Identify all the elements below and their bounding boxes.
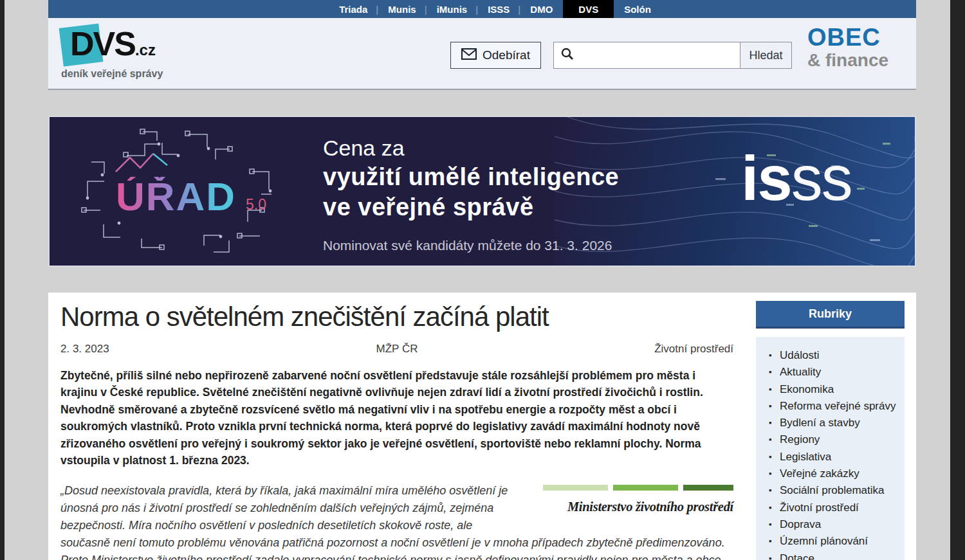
dvs-logo[interactable]: DVS.cz deník veřejné správy xyxy=(61,23,203,80)
dvs-logo-tagline: deník veřejné správy xyxy=(61,68,203,80)
article-quote-block: Ministerstvo životního prostředí „Dosud … xyxy=(60,482,733,560)
dvs-logo-tld: .cz xyxy=(135,41,156,59)
sidebar-rubriky: Rubriky Události Aktuality Ekonomika Ref… xyxy=(756,301,905,560)
screen-edge-left xyxy=(0,0,5,560)
category-list-item[interactable]: Regiony xyxy=(769,431,898,448)
article-category-link[interactable]: Životní prostředí xyxy=(509,343,733,356)
main-content: Norma o světelném znečištění začíná plat… xyxy=(48,293,916,560)
search-input[interactable] xyxy=(574,49,733,62)
article-meta: 2. 3. 2023 MŽP ČR Životní prostředí xyxy=(60,343,733,356)
site-header: DVS.cz deník veřejné správy Odebírat Hle… xyxy=(48,18,916,90)
banner-line2: využití umělé inteligence xyxy=(323,162,619,192)
category-list-item[interactable]: Reforma veřejné správy xyxy=(769,398,898,415)
top-nav-item[interactable]: ISSS xyxy=(477,0,520,18)
obec-finance-logo[interactable]: OBEC & finance xyxy=(807,24,888,69)
category-list-item[interactable]: Dotace xyxy=(769,550,898,560)
urad50-logo: ÚŘAD 5.0 xyxy=(66,120,291,265)
article: Norma o světelném znečištění začíná plat… xyxy=(60,293,733,560)
search-box xyxy=(553,42,740,69)
urad50-award-banner[interactable]: ÚŘAD 5.0 Cena za využití umělé inteligen… xyxy=(48,116,916,267)
category-list-item[interactable]: Ekonomika xyxy=(769,381,898,398)
category-list-item[interactable]: Územní plánování xyxy=(769,533,898,550)
banner-line1: Cena za xyxy=(323,134,619,162)
dvs-logo-text: DVS.cz xyxy=(70,24,156,69)
ministry-logo-bars xyxy=(543,485,733,491)
top-nav-item[interactable]: DMO xyxy=(520,0,563,18)
sidebar-category-box: Události Aktuality Ekonomika Reforma veř… xyxy=(756,337,905,560)
banner-line3: ve veřejné správě xyxy=(323,192,619,222)
article-date: 2. 3. 2023 xyxy=(60,343,285,356)
top-nav-item[interactable]: Munis xyxy=(378,0,426,18)
magnifier-icon xyxy=(560,47,574,64)
category-list-item[interactable]: Doprava xyxy=(769,516,898,533)
category-list-item[interactable]: Aktuality xyxy=(769,364,898,381)
category-list-item[interactable]: Životní prostředí xyxy=(769,500,898,516)
article-source: MŽP ČR xyxy=(285,343,510,356)
article-lead: Zbytečné, příliš silné nebo nepřirozeně … xyxy=(60,367,733,469)
top-nav-item[interactable]: DVS xyxy=(563,0,614,18)
banner-deadline: Nominovat své kandidáty můžete do 31. 3.… xyxy=(323,238,619,253)
isss-logo: isss xyxy=(741,147,852,210)
category-list: Události Aktuality Ekonomika Reforma veř… xyxy=(769,347,898,560)
category-list-item[interactable]: Veřejné zakázky xyxy=(769,465,898,482)
category-list-item[interactable]: Legislativa xyxy=(769,449,898,465)
banner-copy: Cena za využití umělé inteligence ve veř… xyxy=(323,134,619,253)
screen-edge-right xyxy=(950,0,965,560)
top-nav-item[interactable]: Solón xyxy=(614,0,661,18)
ministry-logo-text: Ministerstvo životního prostředí xyxy=(543,498,733,516)
category-list-item[interactable]: Bydlení a stavby xyxy=(769,415,898,431)
envelope-icon xyxy=(461,48,477,63)
category-list-item[interactable]: Sociální problematika xyxy=(769,482,898,499)
ministry-environment-logo: Ministerstvo životního prostředí xyxy=(543,485,733,516)
article-title: Norma o světelném znečištění začíná plat… xyxy=(60,302,733,332)
urad50-version: 5.0 xyxy=(246,196,266,213)
top-navigation: Triada Munis iMunis ISSS DMO DVS Solón xyxy=(48,0,916,18)
subscribe-label: Odebírat xyxy=(482,48,530,62)
search-button[interactable]: Hledat xyxy=(740,42,792,69)
top-nav-item[interactable]: Triada xyxy=(329,0,378,18)
subscribe-button[interactable]: Odebírat xyxy=(450,42,541,69)
sidebar-title: Rubriky xyxy=(756,301,905,329)
top-nav-item[interactable]: iMunis xyxy=(427,0,478,18)
category-list-item[interactable]: Události xyxy=(769,347,898,364)
